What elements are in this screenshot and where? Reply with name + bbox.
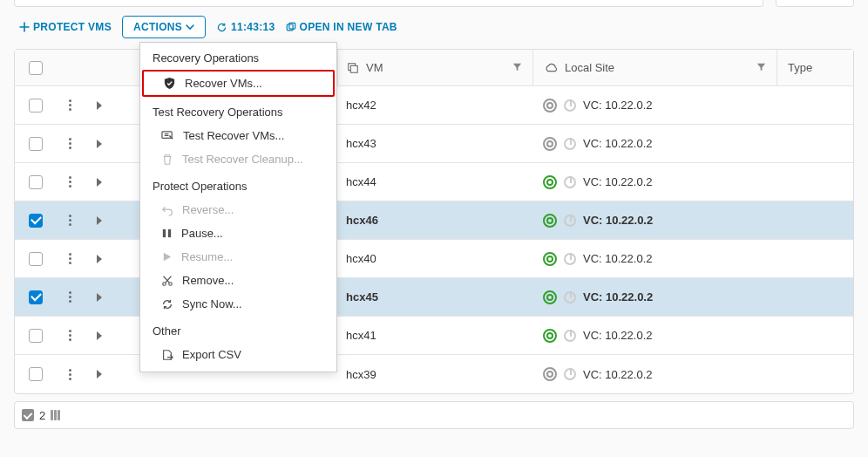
kebab-icon[interactable] [69,369,71,380]
kebab-icon[interactable] [69,138,71,149]
row-checkbox[interactable] [29,99,43,113]
row-expand-cell[interactable] [83,101,116,110]
row-checkbox-cell[interactable] [15,290,57,304]
cut-icon [161,275,173,287]
menu-export-csv-label: Export CSV [182,348,241,361]
site-text: VC: 10.22.0.2 [583,175,653,188]
row-actions-cell[interactable] [57,253,83,264]
pause-icon [161,228,173,239]
menu-pause[interactable]: Pause... [140,222,336,245]
vm-name: hcx40 [346,252,376,265]
menu-test-recover-vms[interactable]: Test Recover VMs... [140,124,336,147]
chevron-down-icon [186,23,194,31]
open-new-tab-button[interactable]: OPEN IN NEW TAB [286,21,397,33]
kebab-icon[interactable] [69,330,71,341]
menu-test-recover-cleanup-label: Test Recover Cleanup... [182,153,303,166]
row-checkbox[interactable] [29,214,43,228]
row-expand-cell[interactable] [83,255,116,263]
row-actions-cell[interactable] [57,330,83,341]
power-icon [564,368,576,380]
selection-indicator-icon[interactable] [22,409,34,421]
chevron-right-icon[interactable] [97,370,102,379]
chevron-right-icon[interactable] [97,216,102,225]
row-type-cell [776,86,853,124]
menu-remove[interactable]: Remove... [140,269,336,292]
row-checkbox-cell[interactable] [15,329,57,343]
row-checkbox[interactable] [29,367,43,381]
row-checkbox[interactable] [29,137,43,151]
row-checkbox[interactable] [29,252,43,266]
svg-rect-8 [350,65,357,72]
column-header-local-site[interactable]: Local Site [532,50,776,85]
row-vm-cell: hcx42 [337,86,532,124]
protect-vms-button[interactable]: PROTECT VMS [19,21,112,33]
toolbar: PROTECT VMS ACTIONS 11:43:13 OPEN IN NEW… [0,7,868,49]
row-actions-cell[interactable] [57,291,83,303]
kebab-icon[interactable] [69,99,71,111]
column-header-type-label: Type [788,61,812,74]
external-link-icon [286,22,296,32]
status-ring-icon [543,99,557,113]
svg-point-5 [163,282,166,285]
row-site-cell: VC: 10.22.0.2 [532,355,776,393]
row-checkbox-cell[interactable] [15,137,57,151]
row-checkbox-cell[interactable] [15,175,57,189]
row-actions-cell[interactable] [57,215,83,226]
row-checkbox-cell[interactable] [15,99,57,113]
row-actions-cell[interactable] [57,138,83,149]
shield-check-icon [163,77,176,90]
row-checkbox-cell[interactable] [15,252,57,266]
chevron-right-icon[interactable] [97,140,102,148]
site-text: VC: 10.22.0.2 [583,214,653,227]
menu-export-csv[interactable]: Export CSV [140,343,336,366]
row-type-cell [776,240,853,277]
chevron-right-icon[interactable] [97,178,102,187]
row-checkbox[interactable] [29,290,43,304]
column-picker-icon[interactable] [51,410,63,420]
chevron-right-icon[interactable] [97,331,102,340]
actions-dropdown-button[interactable]: ACTIONS [122,16,206,38]
row-checkbox-cell[interactable] [15,214,57,228]
menu-recover-vms[interactable]: Recover VMs... [142,70,335,97]
row-checkbox-cell[interactable] [15,367,57,381]
column-header-vm[interactable]: VM [337,50,532,85]
vm-name: hcx45 [346,290,378,304]
vm-name: hcx42 [346,99,376,112]
select-all-cell[interactable] [15,61,57,75]
row-expand-cell[interactable] [83,140,116,148]
row-checkbox[interactable] [29,175,43,189]
filter-icon[interactable] [512,61,522,74]
power-icon [564,291,576,304]
row-actions-cell[interactable] [57,176,83,188]
status-ring-icon [543,367,557,381]
kebab-icon[interactable] [69,215,71,226]
site-text: VC: 10.22.0.2 [583,99,653,112]
kebab-icon[interactable] [69,176,71,188]
chevron-right-icon[interactable] [97,255,102,263]
actions-label: ACTIONS [133,21,182,33]
row-expand-cell[interactable] [83,370,116,379]
row-type-cell [776,317,853,354]
filter-icon[interactable] [756,61,766,74]
row-expand-cell[interactable] [83,293,116,302]
row-type-cell [776,355,853,393]
select-all-checkbox[interactable] [29,61,43,75]
row-expand-cell[interactable] [83,331,116,340]
kebab-icon[interactable] [69,253,71,264]
dropdown-section-recovery: Recovery Operations [140,43,336,70]
chevron-right-icon[interactable] [97,101,102,110]
refresh-button[interactable]: 11:43:13 [216,21,275,33]
column-header-type[interactable]: Type [776,50,853,85]
row-actions-cell[interactable] [57,99,83,111]
row-site-cell: VC: 10.22.0.2 [532,163,776,201]
row-expand-cell[interactable] [83,178,116,187]
svg-point-6 [169,282,173,285]
row-checkbox[interactable] [29,329,43,343]
chevron-right-icon[interactable] [97,293,102,302]
row-actions-cell[interactable] [57,369,83,380]
menu-sync-now[interactable]: Sync Now... [140,292,336,316]
kebab-icon[interactable] [69,291,71,303]
menu-recover-vms-label: Recover VMs... [185,77,262,90]
table-footer: 2 [14,401,854,429]
row-expand-cell[interactable] [83,216,116,225]
